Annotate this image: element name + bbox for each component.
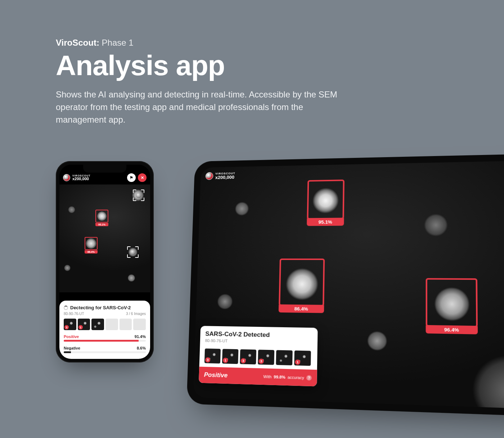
card-sub-row: 80-90-76-UT 3 / 6 Images [64, 312, 146, 316]
thumb-badge: 1 [295, 360, 300, 365]
brand: VIROSCOUT x200,000 [206, 172, 235, 180]
thumb-badge: 3 [205, 357, 210, 363]
zoom-level: x200,000 [215, 175, 235, 180]
phone-screen: VIROSCOUT x200,000 95.1% 86.4% [59, 165, 150, 359]
detection-box[interactable]: 95.1% [307, 179, 344, 219]
tablet-device: VIROSCOUT x200,000 95.1% 86.4% 96.4% S [186, 153, 504, 417]
thumb-badge: 1 [223, 358, 228, 363]
detection-confidence: 86.4% [85, 250, 98, 254]
thumbnail[interactable] [276, 350, 292, 365]
card-head: SARS-CoV-2 Detected 80-90-76-UT [200, 326, 318, 348]
hero-title: Analysis app [56, 49, 351, 82]
detection-confidence: 96.4% [426, 325, 478, 334]
detection-confidence: 86.4% [279, 305, 324, 313]
sem-image-area[interactable]: 95.1% 86.4% [59, 184, 150, 292]
thumbnail[interactable]: 3 [64, 319, 76, 330]
thumbnail-empty [120, 319, 132, 330]
brand: VIROSCOUT x200,000 [63, 174, 91, 181]
thumbnail[interactable]: 1 [222, 349, 239, 364]
loading-spinner-icon [64, 306, 68, 310]
sample-id: 80-90-76-UT [64, 312, 84, 316]
detection-box[interactable]: 95.1% [95, 210, 108, 223]
hero-eyebrow-phase: Phase 1 [102, 38, 134, 47]
results-card: SARS-CoV-2 Detected 80-90-76-UT 3 1 3 3 … [199, 326, 318, 386]
zoom-level: x200,000 [72, 177, 91, 181]
scanning-bracket [133, 190, 144, 201]
close-button[interactable] [138, 173, 147, 182]
topbar-actions [127, 173, 147, 182]
thumb-badge: 3 [240, 358, 246, 364]
accuracy-suffix: accuracy [288, 375, 304, 380]
thumb-badge: 3 [258, 359, 264, 364]
detection-box[interactable]: 86.4% [85, 237, 98, 250]
thumbnail-empty [105, 319, 118, 330]
thumbnail[interactable]: 1 [78, 319, 90, 330]
tablet-topbar: VIROSCOUT x200,000 [205, 165, 504, 181]
results-card: Dectecting for SARS-CoV-2 80-90-76-UT 3 … [59, 301, 150, 359]
image-progress: 3 / 6 Images [126, 312, 146, 316]
brand-logo-icon [206, 172, 213, 180]
hero-eyebrow-brand: ViroScout: [56, 38, 99, 47]
brand-logo-icon [63, 174, 70, 181]
phone-topbar: VIROSCOUT x200,000 [63, 173, 147, 182]
thumbnail[interactable]: 3 [204, 348, 221, 364]
thumbnail-row: 3 1 [64, 319, 146, 330]
tablet-screen: VIROSCOUT x200,000 95.1% 86.4% 96.4% S [193, 160, 504, 409]
hero-description: Shows the AI analysing and detecting in … [56, 88, 351, 126]
accuracy-text: With 99.8% accuracy ? [263, 374, 311, 380]
scanning-bracket [127, 246, 139, 258]
card-title: Dectecting for SARS-CoV-2 [70, 305, 131, 310]
negative-label: Negative [64, 346, 80, 350]
detection-confidence: 95.1% [95, 223, 108, 226]
accuracy-prefix: With [263, 374, 271, 379]
thumbnail[interactable]: 1 [294, 351, 311, 366]
accuracy-value: 99.8% [274, 375, 285, 379]
positive-bar [64, 340, 146, 342]
positive-value: 91.4% [135, 334, 146, 339]
brand-text: VIROSCOUT x200,000 [72, 174, 91, 181]
metric-negative: Negative 8.6% [64, 346, 146, 353]
help-icon[interactable]: ? [306, 375, 312, 380]
card-title: SARS-CoV-2 Detected [205, 330, 312, 340]
hero-eyebrow: ViroScout: Phase 1 [56, 38, 351, 48]
metric-positive: Positive 91.4% [64, 334, 146, 342]
card-title-row: Dectecting for SARS-CoV-2 [64, 305, 146, 310]
brand-text: VIROSCOUT x200,000 [215, 172, 235, 179]
phone-notch [83, 165, 126, 173]
positive-label: Positive [204, 371, 228, 379]
hero: ViroScout: Phase 1 Analysis app Shows th… [56, 38, 351, 126]
flag-button[interactable] [127, 173, 136, 182]
thumbnail-row: 3 1 3 3 1 [199, 348, 318, 370]
detection-box[interactable]: 86.4% [279, 259, 325, 306]
detection-confidence: 95.1% [307, 218, 344, 226]
thumbnail[interactable]: 3 [240, 349, 256, 364]
thumbnail[interactable]: 3 [258, 350, 274, 365]
thumb-badge: 1 [78, 325, 83, 329]
negative-value: 8.6% [137, 346, 146, 350]
card-footer: Positive With 99.8% accuracy ? [199, 367, 317, 387]
negative-bar [64, 351, 146, 353]
phone-device: VIROSCOUT x200,000 95.1% 86.4% [56, 161, 154, 362]
thumbnail[interactable] [91, 319, 104, 330]
positive-label: Positive [64, 334, 79, 339]
thumbnail-empty [133, 319, 146, 330]
thumb-badge: 3 [64, 325, 69, 329]
detection-box[interactable]: 96.4% [426, 278, 478, 327]
